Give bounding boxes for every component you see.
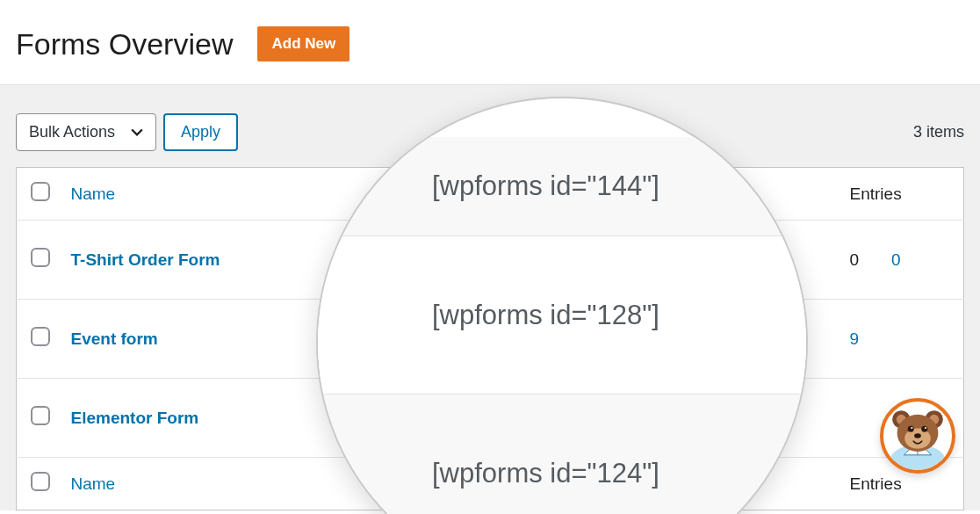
column-name-sort-footer[interactable]: Name <box>71 474 116 493</box>
magnifier-shortcode-row: [wpforms id="124"] <box>318 394 806 514</box>
svg-point-12 <box>925 427 926 429</box>
entries-link[interactable]: 9 <box>850 329 860 348</box>
page-header: Forms Overview Add New <box>0 0 980 84</box>
bulk-actions-label: Bulk Actions <box>29 123 115 141</box>
row-checkbox[interactable] <box>31 327 50 346</box>
chevron-down-icon <box>131 127 143 139</box>
shortcode-text: [wpforms id="128"] <box>432 300 659 331</box>
form-name-link[interactable]: Elementor Form <box>71 409 199 427</box>
column-name-sort[interactable]: Name <box>71 185 116 203</box>
page-title: Forms Overview <box>16 27 233 62</box>
svg-point-11 <box>911 427 912 429</box>
magnifier-shortcode-row: [wpforms id="128"] <box>318 235 806 394</box>
items-count: 3 items <box>913 123 964 141</box>
svg-point-13 <box>914 433 921 438</box>
form-name-link[interactable]: T-Shirt Order Form <box>71 250 220 269</box>
shortcode-text: [wpforms id="124"] <box>432 458 659 489</box>
select-all-checkbox-footer[interactable] <box>31 472 50 491</box>
svg-point-10 <box>921 426 927 432</box>
bulk-actions-select[interactable]: Bulk Actions <box>16 113 156 151</box>
help-mascot-button[interactable] <box>880 398 955 474</box>
form-name-link[interactable]: Event form <box>71 329 158 348</box>
entries-link[interactable]: 0 <box>891 250 901 269</box>
apply-button[interactable]: Apply <box>163 113 238 151</box>
bear-mascot-icon <box>883 402 952 470</box>
row-checkbox[interactable] <box>31 248 50 267</box>
row-checkbox[interactable] <box>31 406 50 425</box>
shortcode-text: [wpforms id="144"] <box>432 170 659 202</box>
toolbar-left: Bulk Actions Apply <box>16 113 238 151</box>
entries-partial: 0 <box>850 250 860 269</box>
select-all-checkbox[interactable] <box>31 182 50 201</box>
svg-point-8 <box>904 428 931 448</box>
svg-point-9 <box>908 426 914 432</box>
add-new-button[interactable]: Add New <box>257 26 349 62</box>
column-entries: Entries <box>841 168 964 221</box>
